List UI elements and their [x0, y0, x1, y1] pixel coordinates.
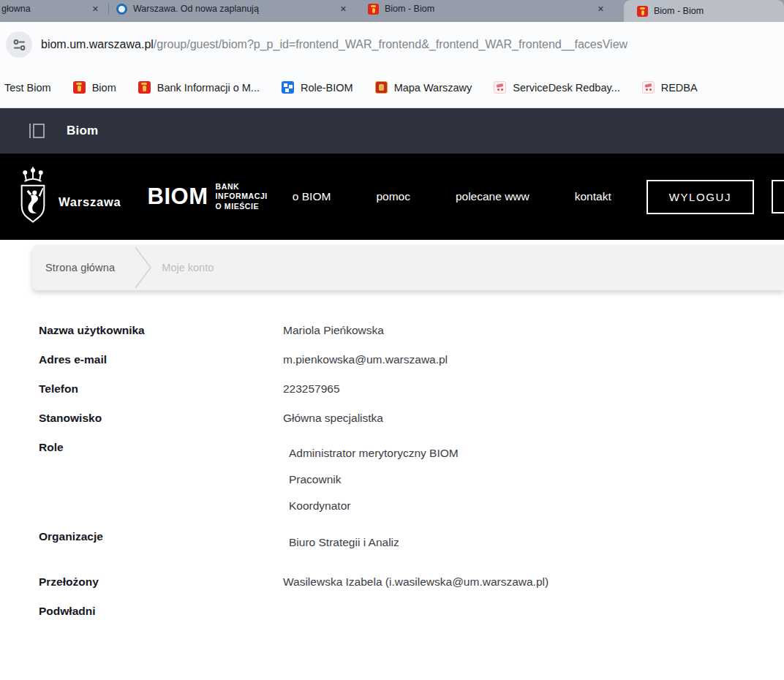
bookmark-servicedesk-redbay[interactable]: ServiceDesk Redbay...: [494, 81, 619, 94]
tab-title: Biom - Biom: [385, 4, 589, 14]
bookmark-label: ServiceDesk Redbay...: [513, 82, 619, 94]
list-item: Biuro Strategii i Analiz: [289, 536, 399, 549]
bookmark-biom[interactable]: Biom: [73, 81, 116, 94]
list-item: Administrator merytoryczny BIOM: [289, 447, 459, 460]
bookmark-label: Mapa Warszawy: [394, 82, 472, 94]
bookmark-redbay[interactable]: REDBA: [642, 81, 698, 94]
list-item: Koordynator: [289, 499, 459, 513]
bookmark-mapa-warszawy[interactable]: Mapa Warszawy: [375, 81, 472, 94]
tab-favicon-icon: [116, 4, 127, 15]
nav-item-o-biom[interactable]: o BIOM: [293, 190, 331, 203]
browser-tab-strip: głowna ✕ Warszawa. Od nowa zaplanują ✕ B…: [0, 0, 784, 22]
chevron-right-icon: [134, 246, 153, 289]
field-label: Role: [39, 441, 283, 526]
field-label: Nazwa użytkownika: [39, 324, 283, 337]
warsaw-coat-of-arms-icon: [16, 166, 50, 227]
organizations-list: Biuro Strategii i Analiz: [283, 530, 399, 562]
bookmark-bank-informacji[interactable]: Bank Informacji o M...: [138, 81, 260, 94]
bookmark-role-biom[interactable]: Role-BIOM: [282, 81, 353, 94]
url-text[interactable]: biom.um.warszawa.pl/group/guest/biom?p_p…: [41, 38, 627, 51]
field-value: Mariola Pieńkowska: [283, 324, 384, 337]
field-row-roles: Role Administrator merytoryczny BIOM Pra…: [39, 441, 784, 526]
bookmark-label: Bank Informacji o M...: [157, 82, 260, 94]
warsaw-crest-icon: [73, 81, 86, 94]
ornate-crest-icon: [375, 81, 388, 94]
close-icon[interactable]: ✕: [338, 4, 349, 15]
tab-title: głowna: [1, 4, 84, 14]
breadcrumb: Strona główna Moje konto: [32, 245, 784, 290]
logout-button[interactable]: WYLOGUJ: [647, 180, 754, 214]
redbay-logo-icon: [494, 81, 506, 94]
bookmark-label: Test Biom: [4, 82, 51, 94]
url-path: /group/guest/biom?p_p_id=frontend_WAR_fr…: [154, 38, 627, 50]
field-label: Telefon: [39, 382, 283, 396]
field-label: Stanowisko: [39, 412, 283, 425]
app-title: Biom: [67, 124, 98, 138]
close-icon[interactable]: ✕: [90, 4, 101, 15]
account-details: Nazwa użytkownika Mariola Pieńkowska Adr…: [39, 324, 784, 618]
tune-icon: [12, 38, 26, 52]
browser-address-bar: biom.um.warszawa.pl/group/guest/biom?p_p…: [0, 22, 784, 67]
field-row-email: Adres e-mail m.pienkowska@um.warszawa.pl: [39, 353, 784, 366]
field-label: Podwładni: [39, 605, 283, 618]
city-logo-text: Warszawa: [59, 195, 121, 209]
breadcrumb-current: Moje konto: [162, 262, 214, 273]
roles-list: Administrator merytoryczny BIOM Pracowni…: [283, 441, 459, 526]
field-row-organizations: Organizacje Biuro Strategii i Analiz: [39, 530, 784, 562]
url-domain: biom.um.warszawa.pl: [41, 38, 154, 50]
tab-biom-active[interactable]: Biom - Biom: [624, 0, 784, 22]
nav-item-polecane-www[interactable]: polecane www: [456, 190, 529, 203]
tab-favicon-icon: [368, 4, 379, 15]
side-panel-icon[interactable]: [29, 124, 45, 138]
field-row-phone: Telefon 223257965: [39, 382, 784, 396]
tab-strona-glowna[interactable]: głowna ✕: [0, 0, 108, 22]
app-header: Biom: [0, 108, 784, 154]
bookmarks-bar: Test Biom Biom Bank Informacji o M... Ro…: [0, 67, 784, 108]
field-label: Adres e-mail: [39, 353, 283, 366]
field-row-position: Stanowisko Główna specjalistka: [39, 412, 784, 425]
partial-button-cut-off[interactable]: [772, 180, 784, 214]
grid-icon: [282, 81, 294, 94]
warsaw-crest-icon: [138, 81, 151, 94]
breadcrumb-container: Strona główna Moje konto: [32, 245, 784, 290]
biom-logo-subtext: BANK INFORMACJI O MIEŚCIE: [216, 182, 268, 211]
nav-item-pomoc[interactable]: pomoc: [376, 190, 410, 203]
field-value: Główna specjalistka: [283, 412, 383, 425]
field-value: 223257965: [283, 382, 340, 396]
bookmark-label: REDBA: [661, 82, 698, 94]
field-label: Przełożony: [39, 575, 283, 589]
site-navigation: Warszawa BIOM BANK INFORMACJI O MIEŚCIE …: [0, 154, 784, 240]
list-item: Pracownik: [289, 473, 459, 486]
nav-item-kontakt[interactable]: kontakt: [575, 190, 611, 203]
redbay-logo-icon: [642, 81, 655, 94]
tab-warszawa-od-nowa[interactable]: Warszawa. Od nowa zaplanują ✕: [109, 0, 356, 22]
site-settings-button[interactable]: [6, 31, 32, 58]
field-row-subordinates: Podwładni: [39, 605, 784, 618]
tab-biom-1[interactable]: Biom - Biom ✕: [356, 0, 614, 22]
field-row-username: Nazwa użytkownika Mariola Pieńkowska: [39, 324, 784, 337]
nav-menu: o BIOM pomoc polecane www kontakt: [293, 190, 611, 203]
close-icon[interactable]: ✕: [595, 4, 606, 15]
tab-title: Biom - Biom: [654, 6, 771, 16]
biom-logo: BIOM BANK INFORMACJI O MIEŚCIE: [148, 182, 268, 211]
field-value: Wasilewska Izabela (i.wasilewska@um.wars…: [283, 575, 549, 589]
bookmark-label: Biom: [92, 82, 116, 94]
bookmark-label: Role-BIOM: [301, 82, 353, 94]
biom-logo-text: BIOM: [148, 184, 208, 210]
field-row-supervisor: Przełożony Wasilewska Izabela (i.wasilew…: [39, 575, 784, 589]
bookmark-test-biom[interactable]: Test Biom: [4, 82, 51, 94]
field-label: Organizacje: [39, 530, 283, 562]
field-value: m.pienkowska@um.warszawa.pl: [283, 353, 448, 366]
tab-title: Warszawa. Od nowa zaplanują: [133, 4, 332, 14]
breadcrumb-home-link[interactable]: Strona główna: [45, 262, 115, 273]
tab-favicon-icon: [637, 6, 648, 17]
